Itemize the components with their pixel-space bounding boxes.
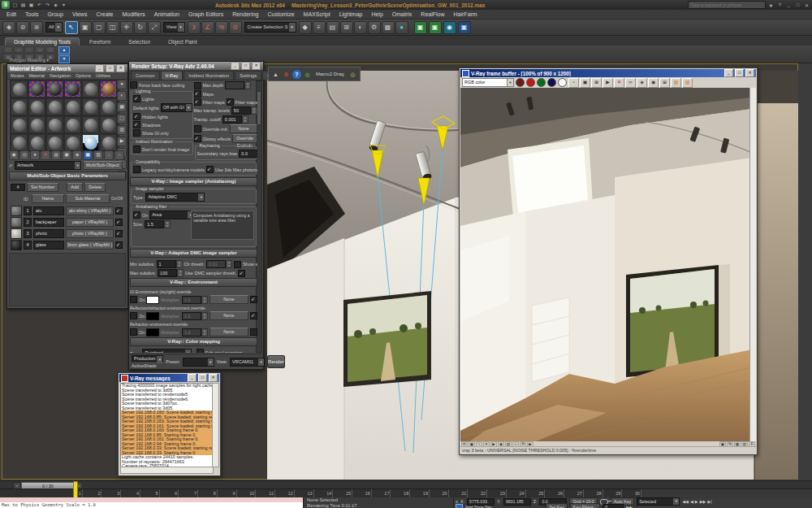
min-subdivs-spinner[interactable]: 1: [157, 260, 183, 268]
material-count-field[interactable]: 4: [11, 184, 25, 191]
legacy-checkbox[interactable]: [133, 166, 140, 173]
toolbar-icon[interactable]: ≋: [30, 21, 43, 34]
material-slot[interactable]: [46, 98, 63, 115]
rollout-header[interactable]: Multi/Sub-Object Basic Parameters: [9, 172, 126, 180]
gi-env-mult-spinner[interactable]: 1.0: [182, 296, 208, 304]
refr-env-on-checkbox[interactable]: [130, 328, 137, 336]
toolbar-icon[interactable]: ↻: [134, 21, 147, 34]
menu-item[interactable]: Modifiers: [122, 11, 145, 17]
search-input[interactable]: [688, 1, 766, 9]
vfb-titlebar[interactable]: V-Ray frame buffer - [100% of 900 x 1200…: [460, 69, 756, 77]
hidden-lights-checkbox[interactable]: [133, 113, 140, 120]
vfb-tool-icon[interactable]: ▨: [682, 78, 693, 88]
save-file-icon[interactable]: ▣: [28, 2, 35, 9]
delete-button[interactable]: Delete: [84, 183, 106, 192]
gi-env-map-checkbox[interactable]: [250, 296, 257, 303]
rollout-header[interactable]: V-Ray:: Adaptive DMC image sampler: [130, 249, 257, 258]
menu-item[interactable]: Customize: [267, 11, 294, 17]
pick-material-icon[interactable]: ✐: [9, 163, 13, 168]
add-time-tag[interactable]: Add Time Tag: [465, 505, 491, 508]
refr-env-color-swatch[interactable]: [146, 328, 159, 336]
material-tool-icon[interactable]: ◉: [9, 150, 19, 160]
column-header-name[interactable]: Name: [32, 194, 64, 203]
ribbon-tab[interactable]: Object Paint: [160, 38, 205, 46]
undo-icon[interactable]: ↶: [36, 2, 43, 9]
gi-env-on-checkbox[interactable]: [130, 296, 137, 303]
toolbar-icon[interactable]: ⚙: [368, 21, 381, 34]
material-preview-swatch[interactable]: [11, 217, 22, 228]
toolbar-icon[interactable]: ⤢: [148, 21, 161, 34]
material-tool-icon[interactable]: ◎: [19, 150, 29, 160]
color-mapping-type-dropdown[interactable]: Reinhard: [142, 349, 192, 353]
listener-script-row[interactable]: Max to Physics Geometry Scale = 1.0: [0, 502, 303, 508]
vray-messages-titlebar[interactable]: V-Ray messages _ □ ✕: [119, 374, 219, 382]
selection-grow-icon[interactable]: ▼: [58, 55, 70, 63]
vfb-tool-icon[interactable]: ▣: [580, 78, 590, 88]
rollout-header[interactable]: V-Ray:: Image sampler (Antialiasing): [130, 177, 257, 186]
material-tool-icon[interactable]: ◐: [117, 91, 127, 101]
toolbar-icon[interactable]: ●: [395, 21, 408, 34]
quick-access-more-icon[interactable]: ▾: [60, 2, 67, 9]
menu-item[interactable]: MAXScript: [304, 11, 330, 17]
material-tool-icon[interactable]: ●: [30, 150, 40, 160]
refl-env-mult-spinner[interactable]: 1.0: [182, 312, 208, 320]
vfb-tool-icon[interactable]: ◉: [648, 78, 659, 88]
material-editor-titlebar[interactable]: Material Editor - Artwork: [7, 64, 127, 72]
sec-bias-spinner[interactable]: 0.0: [239, 150, 257, 158]
modeling-tool-icon[interactable]: ▢: [3, 46, 13, 53]
macro-icon[interactable]: ◍: [303, 70, 312, 79]
modeling-tool-icon[interactable]: ▭: [35, 46, 45, 53]
lights-checkbox[interactable]: [133, 95, 140, 102]
menu-item[interactable]: Options: [76, 73, 91, 78]
help-icon[interactable]: ?: [776, 2, 784, 7]
sub-material-button[interactable]: 3mm glass ( VRayMtl ): [66, 241, 114, 250]
material-tool-icon[interactable]: ▶: [117, 137, 127, 146]
toolbar-icon[interactable]: ◆: [299, 21, 312, 34]
toolbar-icon[interactable]: ▣: [79, 21, 92, 34]
material-preview-swatch[interactable]: [11, 228, 22, 239]
ribbon-tab[interactable]: Graphite Modeling Tools: [5, 37, 80, 46]
current-frame-field[interactable]: 0: [603, 504, 624, 508]
material-slot[interactable]: [11, 98, 28, 115]
toolbar-icon[interactable]: ▤: [326, 21, 339, 34]
shadows-checkbox[interactable]: [133, 121, 140, 128]
set-number-button[interactable]: Set Number: [27, 183, 58, 192]
preset-dropdown[interactable]: [183, 358, 214, 367]
refl-env-on-checkbox[interactable]: [130, 312, 137, 319]
material-tool-icon[interactable]: ✕: [41, 150, 50, 160]
material-tool-icon[interactable]: ▥: [93, 150, 103, 160]
refr-env-map-checkbox[interactable]: [250, 328, 257, 336]
material-preview-swatch[interactable]: [11, 206, 22, 216]
set-key-button[interactable]: Set Key: [546, 503, 568, 508]
rollout-header[interactable]: V-Ray:: Environment: [130, 278, 257, 287]
material-tool-icon[interactable]: ●: [117, 80, 127, 89]
go-to-end-button[interactable]: ▶▶: [626, 505, 633, 508]
material-name-field[interactable]: backpaper: [33, 218, 64, 227]
maps-checkbox[interactable]: [194, 90, 201, 98]
channel-toggle-icon[interactable]: [537, 78, 546, 87]
menu-item[interactable]: Omatrix: [392, 11, 412, 17]
minimize-icon[interactable]: _: [785, 2, 793, 7]
material-slot[interactable]: [11, 80, 28, 98]
close-icon[interactable]: ✕: [209, 374, 218, 382]
material-tool-icon[interactable]: ◈: [72, 150, 82, 160]
photometric-checkbox[interactable]: [206, 166, 214, 173]
toolbar-icon[interactable]: ◉: [443, 21, 456, 34]
rollout-header[interactable]: V-Ray:: Color mapping: [130, 337, 257, 346]
render-setup-tab[interactable]: Settings: [235, 71, 261, 80]
onoff-checkbox[interactable]: [115, 241, 123, 249]
material-slot[interactable]: [28, 116, 45, 133]
modeling-tool-icon[interactable]: ◇: [14, 46, 24, 53]
max-depth-checkbox[interactable]: [194, 82, 201, 89]
macro-extra-icon[interactable]: ◎: [348, 70, 357, 79]
modeling-tool-icon[interactable]: ◫: [45, 46, 55, 53]
aa-filter-on-checkbox[interactable]: [133, 211, 140, 219]
ribbon-tab[interactable]: Selection: [120, 38, 158, 46]
close-icon[interactable]: [252, 62, 261, 70]
vfb-tool-icon[interactable]: ▫: [568, 78, 579, 88]
sampler-type-dropdown[interactable]: Adaptive DMC: [145, 193, 205, 202]
material-name-field[interactable]: glass: [33, 241, 64, 250]
view-dropdown[interactable]: VRCAM01: [230, 358, 265, 367]
macro-icon[interactable]: ?: [292, 70, 301, 79]
refl-env-map-button[interactable]: None: [209, 311, 248, 320]
